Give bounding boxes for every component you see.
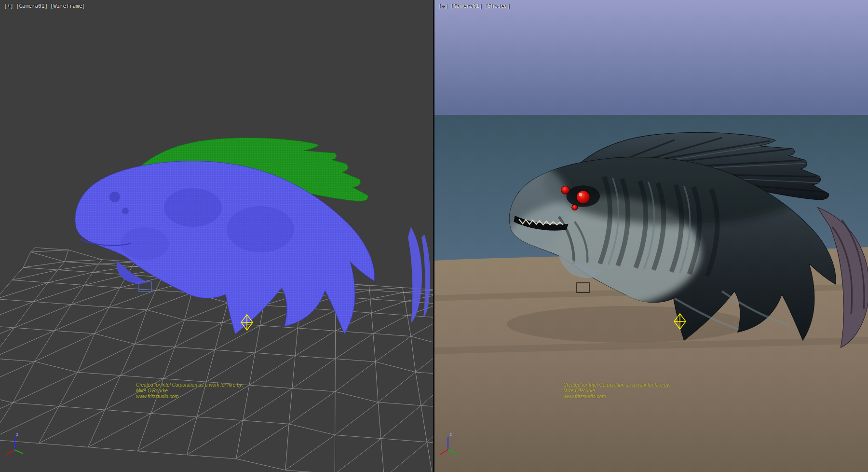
fish-eye-small (561, 186, 569, 194)
shaded-scene: z (434, 0, 868, 472)
viewport-shading-button[interactable]: [Wireframe] (50, 3, 85, 9)
credit-line-1: Created for Intel Corporation as a work … (136, 382, 243, 388)
fish-eye-highlight (579, 193, 583, 196)
credit-line-2: Mike O'Rourke (136, 388, 243, 394)
fish-eye-main (576, 191, 590, 204)
sky (434, 0, 868, 115)
credit-line-3: www.fritzstudio.com (136, 394, 243, 400)
viewport-menu-button[interactable]: [+] (4, 3, 14, 9)
axis-z-label: z (16, 432, 18, 437)
credit-line-2: Mike O'Rourke (563, 388, 670, 394)
viewport-left-wireframe[interactable]: z [+] [Camera01] [Wireframe] Created for… (0, 0, 433, 472)
dual-viewport-area: z [+] [Camera01] [Wireframe] Created for… (0, 0, 868, 472)
axis-x-line (6, 450, 14, 455)
viewport-shading-button[interactable]: [Shaded] (485, 3, 510, 9)
scene-credit-text: Created for Intel Corporation as a work … (136, 382, 243, 400)
axis-y-line (14, 450, 23, 454)
fish-shade-patch (227, 206, 294, 252)
fish-shade-patch (164, 188, 222, 227)
fish-eye-wireframe (122, 208, 129, 214)
viewport-label-right: [+] [Camera01] [Shaded] (438, 3, 510, 9)
fish-tail-wisp (421, 235, 430, 318)
scene-credit-text: Created for Intel Corporation as a work … (563, 382, 670, 400)
viewport-camera-button[interactable]: [Camera01] (450, 3, 482, 9)
axis-tripod: z (6, 432, 23, 455)
axis-z-label: z (449, 432, 452, 437)
viewport-menu-button[interactable]: [+] (438, 3, 448, 9)
viewport-right-shaded[interactable]: z [+] [Camera01] [Shaded] Created for In… (434, 0, 868, 472)
credit-line-1: Created for Intel Corporation as a work … (563, 382, 670, 388)
fish-model-wireframe[interactable] (75, 138, 430, 334)
fish-tail-wisp (408, 227, 422, 323)
fish-eye-small (572, 205, 578, 210)
credit-line-3: www.fritzstudio.com (563, 394, 670, 400)
wireframe-scene: z (0, 0, 433, 472)
viewport-camera-button[interactable]: [Camera01] (16, 3, 48, 9)
fish-eye-wireframe (109, 192, 120, 202)
viewport-label-left: [+] [Camera01] [Wireframe] (4, 3, 85, 9)
